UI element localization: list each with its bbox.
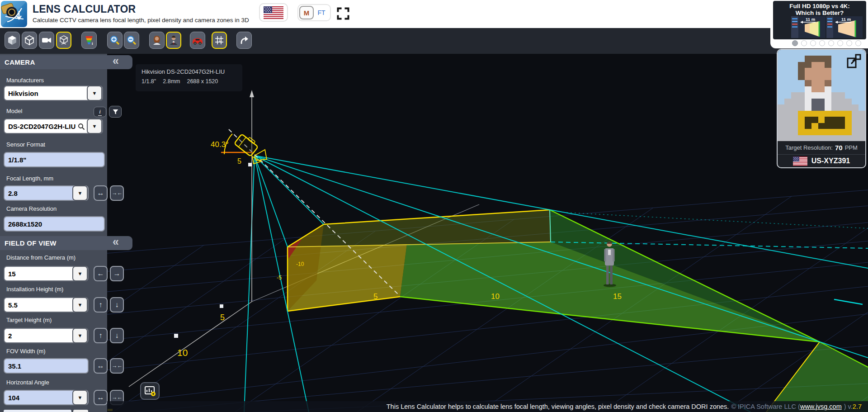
model-dropdown-button[interactable]: ▼ bbox=[87, 118, 102, 134]
fov-zones bbox=[288, 210, 868, 412]
carousel-dot-2[interactable] bbox=[801, 40, 807, 46]
zoom-in-button[interactable] bbox=[107, 32, 123, 49]
install-height-select[interactable]: 5.5 ▼ bbox=[4, 297, 89, 313]
woman-target-icon bbox=[151, 35, 162, 46]
carousel-dot-6[interactable] bbox=[837, 40, 843, 46]
unit-feet-button[interactable]: FT bbox=[314, 6, 329, 19]
camera-zones-button[interactable] bbox=[56, 32, 71, 49]
fov-width-field[interactable]: 35.1 bbox=[4, 358, 89, 374]
target-resolution-unit: PPM bbox=[845, 144, 858, 151]
camera-resolution-value: 2688x1520 bbox=[8, 220, 42, 228]
focal-widen-button[interactable]: ↔ bbox=[94, 185, 108, 201]
jvsg-link[interactable]: www.jvsg.com bbox=[800, 403, 842, 410]
install-dropdown-button[interactable]: ▼ bbox=[72, 297, 88, 313]
zoom-in-icon bbox=[109, 35, 120, 46]
depth-label-15: 15 bbox=[613, 292, 622, 301]
h-angle-widen-button[interactable]: ↔ bbox=[94, 390, 108, 405]
camera-view-button[interactable] bbox=[39, 32, 54, 49]
model-info-button[interactable]: i bbox=[94, 107, 106, 117]
install-down-button[interactable]: ↓ bbox=[110, 297, 124, 313]
model-value: DS-2CD2047G2H-LIU bbox=[8, 123, 75, 130]
target-height-label: Target Height (m) bbox=[6, 317, 52, 323]
axis-arrowhead bbox=[250, 90, 254, 97]
axis-marker bbox=[220, 304, 223, 308]
view-3d-wireframe-button[interactable] bbox=[22, 32, 37, 49]
video-thumb-right: 11 m bbox=[826, 16, 863, 38]
fov-dotted-line bbox=[566, 213, 868, 228]
focal-narrow-button[interactable]: →← bbox=[110, 185, 124, 201]
grid-measure-button[interactable]: 1 bbox=[212, 32, 227, 49]
video-thumbnail[interactable]: Full HD 1080p vs 4K: Which is Better? 11… bbox=[773, 1, 866, 39]
carousel-dot-8[interactable] bbox=[855, 40, 861, 46]
collapse-panel-icon[interactable]: « bbox=[113, 54, 119, 67]
video-title-line1: Full HD 1080p vs 4K: bbox=[773, 1, 866, 9]
manufacturer-select[interactable]: Hikvision ▼ bbox=[4, 85, 103, 101]
collapse-panel-icon[interactable]: « bbox=[113, 235, 119, 248]
cube-solid-icon bbox=[7, 35, 18, 46]
scene-3d-canvas[interactable]: 40.3° 5 5 10 5 10 15 -5 -10 bbox=[107, 54, 868, 412]
popout-icon[interactable] bbox=[846, 53, 862, 69]
sensor-format-field[interactable]: 1/1.8" bbox=[4, 152, 105, 167]
woman-target-button[interactable] bbox=[149, 32, 165, 49]
camera-resolution-field[interactable]: 2688x1520 bbox=[4, 216, 105, 232]
model-label: Model bbox=[6, 108, 22, 114]
focal-length-select[interactable]: 2.8 ▼ bbox=[4, 185, 89, 201]
focal-dropdown-button[interactable]: ▼ bbox=[72, 185, 88, 201]
fov-width-widen-button[interactable]: ↔ bbox=[94, 358, 108, 374]
carousel-dot-3[interactable] bbox=[810, 40, 816, 46]
fullscreen-button[interactable] bbox=[336, 7, 350, 20]
fov-dash-segment bbox=[834, 299, 863, 304]
target-down-button[interactable]: ↓ bbox=[110, 328, 124, 343]
status-suffix: ) v. bbox=[844, 403, 853, 410]
cube-wireframe-icon bbox=[24, 35, 35, 46]
sensor-format-value: 1/1.8" bbox=[8, 156, 26, 164]
status-copyright: © IPICA Software LLC ( bbox=[731, 403, 800, 410]
carousel-dot-5[interactable] bbox=[828, 40, 834, 46]
install-height-label: Installation Height (m) bbox=[6, 286, 63, 293]
share-icon bbox=[239, 35, 250, 46]
carousel-dots bbox=[792, 40, 861, 46]
axis-marker bbox=[174, 334, 178, 338]
fov-width-narrow-button[interactable]: →← bbox=[110, 358, 124, 374]
language-flag-button[interactable] bbox=[259, 3, 288, 22]
scene-3d-viewport[interactable]: 40.3° 5 5 10 5 10 15 -5 -10 bbox=[107, 54, 868, 412]
man-target-icon bbox=[168, 35, 179, 46]
carousel-dot-7[interactable] bbox=[846, 40, 852, 46]
target-dropdown-button[interactable]: ▼ bbox=[72, 328, 88, 343]
zoom-out-button[interactable] bbox=[124, 32, 139, 49]
x-axis-label-10: 10 bbox=[177, 347, 188, 358]
view-3d-solid-button[interactable] bbox=[5, 32, 20, 49]
h-angle-dropdown-button[interactable]: ▼ bbox=[72, 390, 88, 405]
distance-increase-button[interactable]: → bbox=[110, 266, 124, 281]
car-target-button[interactable] bbox=[190, 32, 205, 49]
svg-text:1: 1 bbox=[219, 38, 221, 43]
dori-zones-button[interactable]: i bbox=[81, 32, 97, 49]
video-thumb2-label: 11 m bbox=[841, 17, 851, 22]
camera-section-title: CAMERA bbox=[5, 58, 35, 66]
model-filter-button[interactable] bbox=[109, 106, 122, 118]
install-up-button[interactable]: ↑ bbox=[94, 297, 108, 313]
carousel-dot-4[interactable] bbox=[819, 40, 825, 46]
man-target-button[interactable] bbox=[166, 32, 181, 49]
camera-zones-icon bbox=[58, 35, 69, 46]
horizontal-angle-select[interactable]: 104 ▼ bbox=[4, 390, 89, 405]
distance-decrease-button[interactable]: ← bbox=[94, 266, 108, 281]
camera-resolution-label: Camera Resolution bbox=[6, 205, 57, 212]
manufacturer-dropdown-button[interactable]: ▼ bbox=[87, 85, 102, 101]
share-button[interactable] bbox=[236, 32, 252, 49]
status-bar: This Lens Calculator helps to calculate … bbox=[107, 401, 868, 412]
x-axis-label-5: 5 bbox=[220, 313, 225, 322]
target-up-button[interactable]: ↑ bbox=[94, 328, 108, 343]
camera-section-header: CAMERA « bbox=[0, 55, 132, 69]
unit-meters-button[interactable]: M bbox=[299, 6, 314, 19]
distance-dropdown-button[interactable]: ▼ bbox=[72, 266, 88, 281]
tilt-angle-label: 40.3° bbox=[211, 140, 229, 149]
target-resolution-value: 70 bbox=[835, 144, 843, 152]
model-select[interactable]: DS-2CD2047G2H-LIU ▼ bbox=[4, 118, 103, 134]
video-camera-icon bbox=[41, 35, 52, 46]
carousel-dot-1[interactable] bbox=[792, 40, 798, 46]
distance-select[interactable]: 15 ▼ bbox=[4, 266, 89, 281]
pixel-chart-button[interactable] bbox=[140, 382, 160, 400]
tooltip-sensor: 1/1.8" bbox=[142, 78, 156, 85]
target-height-select[interactable]: 2 ▼ bbox=[4, 328, 89, 343]
